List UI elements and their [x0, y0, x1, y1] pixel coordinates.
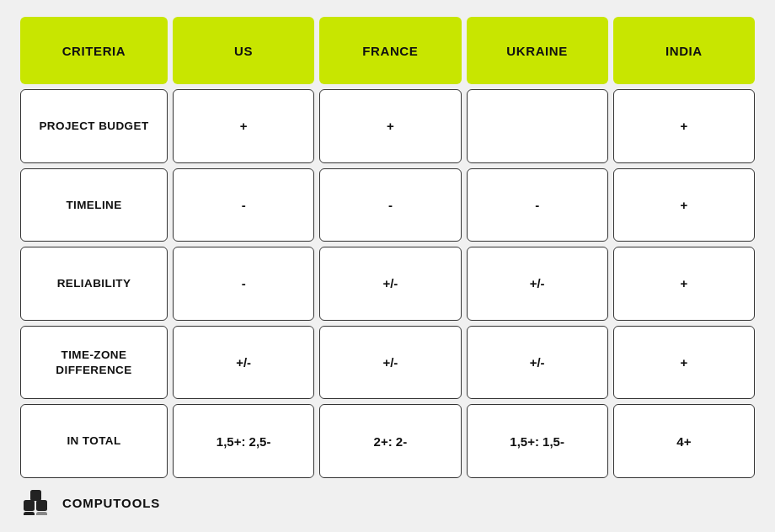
table-row: TIMELINE - - - + [20, 168, 755, 242]
cell-timezone-us: +/- [173, 326, 314, 400]
svg-rect-0 [24, 500, 35, 511]
cell-total-india: 4+ [613, 404, 755, 478]
cell-project-budget-india: + [613, 89, 755, 163]
criteria-project-budget: PROJECT BUDGET [20, 89, 168, 163]
header-us: US [173, 17, 314, 84]
cell-timeline-france: - [319, 168, 461, 242]
cell-timeline-ukraine: - [467, 168, 608, 242]
header-india: INDIA [613, 17, 755, 84]
svg-rect-1 [36, 500, 47, 511]
cell-timezone-india: + [613, 326, 755, 400]
table-row: PROJECT BUDGET + + + [20, 89, 755, 163]
criteria-reliability: RELIABILITY [20, 247, 168, 321]
table-row: RELIABILITY - +/- +/- + [20, 247, 755, 321]
data-rows: PROJECT BUDGET + + + TIMELINE - - - + RE… [20, 89, 755, 478]
table-row: TIME-ZONE DIFFERENCE +/- +/- +/- + [20, 326, 755, 400]
cell-reliability-ukraine: +/- [467, 247, 608, 321]
page-wrapper: CRITERIA US FRANCE UKRAINE INDIA PROJECT… [0, 0, 775, 532]
header-criteria: CRITERIA [20, 17, 168, 84]
cell-reliability-us: - [173, 247, 314, 321]
cell-total-france: 2+: 2- [319, 404, 461, 478]
cell-timeline-india: + [613, 168, 755, 242]
cell-reliability-france: +/- [319, 247, 461, 321]
svg-rect-2 [24, 512, 35, 515]
comparison-table: CRITERIA US FRANCE UKRAINE INDIA PROJECT… [20, 17, 755, 478]
table-row: IN TOTAL 1,5+: 2,5- 2+: 2- 1,5+: 1,5- 4+ [20, 404, 755, 478]
brand-label: COMPUTOOLS [62, 496, 160, 510]
cell-timeline-us: - [173, 168, 314, 242]
cell-total-us: 1,5+: 2,5- [173, 404, 314, 478]
criteria-timezone: TIME-ZONE DIFFERENCE [20, 326, 168, 400]
svg-rect-4 [36, 512, 47, 515]
header-row: CRITERIA US FRANCE UKRAINE INDIA [20, 17, 755, 84]
header-ukraine: UKRAINE [467, 17, 608, 84]
cell-project-budget-france: + [319, 89, 461, 163]
criteria-timeline: TIMELINE [20, 168, 168, 242]
cell-timezone-ukraine: +/- [467, 326, 608, 400]
cell-total-ukraine: 1,5+: 1,5- [467, 404, 608, 478]
header-france: FRANCE [319, 17, 461, 84]
computools-logo-icon [24, 490, 54, 515]
footer: COMPUTOOLS [20, 478, 755, 515]
criteria-in-total: IN TOTAL [20, 404, 168, 478]
cell-reliability-india: + [613, 247, 755, 321]
cell-timezone-france: +/- [319, 326, 461, 400]
cell-project-budget-us: + [173, 89, 314, 163]
cell-project-budget-ukraine [467, 89, 608, 163]
svg-rect-3 [30, 490, 41, 501]
